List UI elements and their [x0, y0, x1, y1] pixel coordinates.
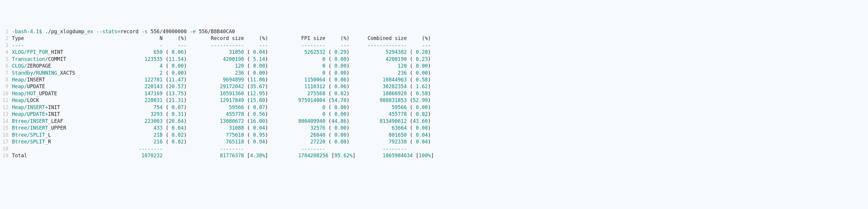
row-fsp: 0.02	[332, 91, 346, 96]
row-csp: 0.28	[413, 49, 428, 55]
paren: (	[326, 56, 331, 62]
code-block: 12345678910111213141516171819 -bash-4.1$…	[0, 28, 868, 160]
code-line: -------- -------- -------- --------	[12, 145, 868, 152]
row-type: Btree/SPLIT_	[12, 132, 48, 138]
paren: )	[265, 97, 271, 103]
row-rs: 236	[190, 70, 244, 76]
paren: (	[162, 77, 168, 82]
line-number-gutter: 12345678910111213141516171819	[0, 28, 12, 160]
header-pct: (%)	[407, 35, 431, 41]
row-fs: 27220	[271, 139, 326, 145]
row-np: 0.07	[169, 104, 184, 110]
row-type: Heap/	[12, 97, 27, 103]
paren: (	[407, 139, 412, 145]
row-n: 218	[132, 132, 162, 138]
row-fs: 26040	[271, 132, 326, 138]
paren: (	[244, 49, 250, 55]
code-content: -bash-4.1$ ./pg_xlogdump_ex --stats=reco…	[12, 28, 868, 160]
line-number: 6	[2, 63, 8, 69]
row-np: 0.00	[169, 63, 184, 69]
row-np: 20.57	[169, 83, 184, 90]
paren: )	[184, 139, 190, 145]
row-n: 216	[132, 139, 162, 145]
row-np: 13.75	[169, 91, 184, 96]
header-pct: (%)	[326, 35, 349, 41]
paren: (	[326, 118, 331, 124]
row-type: Btree/INSERT_	[12, 118, 51, 124]
paren: )	[265, 91, 271, 96]
code-line: Heap/LOCK 228031 (21.31) 12917849 (15.80…	[12, 97, 868, 104]
row-rs: 12917849	[190, 97, 244, 103]
paren: )	[265, 70, 271, 76]
command-text: -e	[187, 29, 199, 34]
row-csp: 0.00	[413, 70, 428, 76]
code-line: Heap/UPDATE 220143 (20.57) 29172042 (35.…	[12, 83, 868, 90]
paren: (	[244, 56, 250, 62]
command-text: -s	[138, 29, 151, 34]
paren: (	[244, 132, 250, 138]
row-n: 650	[132, 49, 162, 55]
paren: )	[265, 111, 271, 117]
row-type: Heap/INSERT+	[12, 104, 48, 110]
row-type: Btree/SPLIT_	[12, 139, 48, 145]
row-np: 21.31	[169, 97, 184, 103]
paren: )	[428, 70, 431, 76]
row-rs: 455778	[190, 111, 244, 117]
header-pct: (%)	[162, 35, 187, 41]
paren: )	[346, 139, 352, 145]
row-type: Transaction/	[12, 56, 48, 62]
row-type-tail: COMMIT	[48, 56, 132, 62]
row-cs: 10844963	[352, 77, 407, 82]
row-fsp: 0.29	[332, 49, 346, 55]
row-n: 122781	[132, 77, 162, 82]
row-fs: 0	[271, 56, 326, 62]
paren: )	[184, 63, 190, 69]
line-number: 1	[2, 28, 8, 35]
row-n: 147169	[132, 91, 162, 96]
row-type-tail: INIT	[48, 104, 132, 110]
paren: (	[407, 91, 412, 96]
paren: )	[346, 83, 352, 90]
bracket: ]	[431, 152, 434, 159]
row-n: 2	[132, 70, 162, 76]
command-text: ex --stats=	[87, 29, 120, 34]
row-fs: 5262532	[271, 49, 326, 55]
row-rs: 59566	[190, 104, 244, 110]
paren: )	[265, 56, 271, 62]
row-type: XLOG/FPI_FOR_	[12, 49, 51, 55]
paren: (	[326, 132, 331, 138]
paren: )	[184, 132, 190, 138]
paren: (	[244, 125, 250, 131]
row-cs: 59566	[352, 104, 407, 110]
row-csp: 0.04	[413, 132, 428, 138]
row-fs: 1110312	[271, 83, 326, 90]
paren: (	[326, 49, 331, 55]
row-np: 20.84	[169, 118, 184, 124]
paren: )	[265, 77, 271, 82]
code-line: ---- - --- ----------- --- -------- --- …	[12, 42, 868, 49]
row-csp: 52.99	[413, 97, 428, 103]
row-cs: 30282354	[352, 83, 407, 90]
row-csp: 0.00	[413, 104, 428, 110]
paren: (	[407, 132, 412, 138]
row-fs: 0	[271, 63, 326, 69]
row-rsp: 0.04	[250, 49, 265, 55]
paren: (	[244, 118, 250, 124]
paren: )	[428, 111, 431, 117]
row-type-tail: INIT	[48, 111, 132, 117]
shell-prompt: -bash-4.1$	[12, 29, 45, 34]
row-rs: 31088	[190, 125, 244, 131]
paren: (	[407, 63, 412, 69]
row-cs: 801650	[352, 132, 407, 138]
line-number: 12	[2, 104, 8, 111]
line-number: 4	[2, 49, 8, 56]
paren: )	[346, 91, 352, 96]
paren: )	[184, 104, 190, 110]
row-fsp: 0.00	[332, 139, 346, 145]
row-n: 4	[132, 63, 162, 69]
paren: (	[244, 91, 250, 96]
row-fs: 0	[271, 70, 326, 76]
paren: (	[244, 97, 250, 103]
row-np: 11.47	[169, 77, 184, 82]
code-line: Standby/RUNNING_XACTS 2 ( 0.00) 236 ( 0.…	[12, 70, 868, 76]
